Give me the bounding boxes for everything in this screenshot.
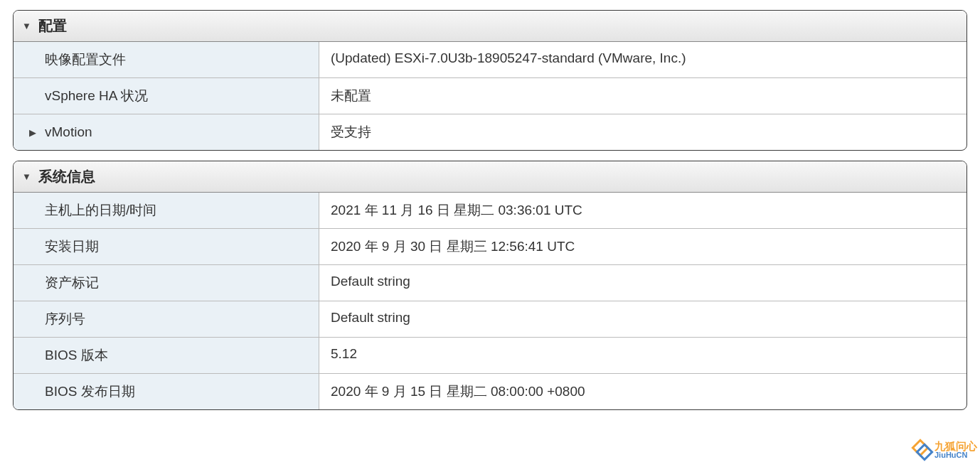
- sysinfo-panel-title: 系统信息: [38, 167, 95, 186]
- row-value: 2020 年 9 月 15 日 星期二 08:00:00 +0800: [319, 374, 966, 409]
- table-row: 主机上的日期/时间 2021 年 11 月 16 日 星期二 03:36:01 …: [14, 193, 966, 228]
- config-panel-title: 配置: [38, 16, 67, 36]
- sysinfo-panel-header[interactable]: ▼ 系统信息: [14, 161, 966, 193]
- row-value: (Updated) ESXi-7.0U3b-18905247-standard …: [319, 42, 966, 77]
- row-label: 资产标记: [14, 265, 319, 301]
- table-row: BIOS 版本 5.12: [14, 337, 966, 373]
- row-value: 受支持: [319, 114, 966, 150]
- row-label[interactable]: ▶ vMotion: [14, 114, 319, 150]
- sysinfo-panel: ▼ 系统信息 主机上的日期/时间 2021 年 11 月 16 日 星期二 03…: [13, 161, 967, 410]
- row-label: 主机上的日期/时间: [14, 193, 319, 228]
- config-panel-body: 映像配置文件 (Updated) ESXi-7.0U3b-18905247-st…: [14, 42, 966, 150]
- row-value: 2020 年 9 月 30 日 星期三 12:56:41 UTC: [319, 229, 966, 264]
- caret-right-icon: ▶: [29, 127, 36, 138]
- table-row: BIOS 发布日期 2020 年 9 月 15 日 星期二 08:00:00 +…: [14, 373, 966, 409]
- row-value: Default string: [319, 301, 966, 337]
- table-row: ▶ vMotion 受支持: [14, 114, 966, 150]
- config-panel-header[interactable]: ▼ 配置: [14, 11, 966, 42]
- row-value: 5.12: [319, 338, 966, 373]
- table-row: vSphere HA 状况 未配置: [14, 77, 966, 114]
- row-label: BIOS 版本: [14, 338, 319, 373]
- table-row: 安装日期 2020 年 9 月 30 日 星期三 12:56:41 UTC: [14, 228, 966, 264]
- caret-down-icon: ▼: [22, 21, 31, 31]
- table-row: 资产标记 Default string: [14, 264, 966, 301]
- table-row: 序列号 Default string: [14, 301, 966, 337]
- row-label: BIOS 发布日期: [14, 374, 319, 409]
- config-panel: ▼ 配置 映像配置文件 (Updated) ESXi-7.0U3b-189052…: [13, 10, 967, 151]
- row-label: 序列号: [14, 301, 319, 337]
- sysinfo-panel-body: 主机上的日期/时间 2021 年 11 月 16 日 星期二 03:36:01 …: [14, 193, 966, 409]
- table-row: 映像配置文件 (Updated) ESXi-7.0U3b-18905247-st…: [14, 42, 966, 77]
- row-value: 2021 年 11 月 16 日 星期二 03:36:01 UTC: [319, 193, 966, 228]
- row-label: 映像配置文件: [14, 42, 319, 77]
- row-label: 安装日期: [14, 229, 319, 264]
- row-label: vSphere HA 状况: [14, 78, 319, 114]
- row-value: 未配置: [319, 78, 966, 114]
- row-value: Default string: [319, 265, 966, 301]
- caret-down-icon: ▼: [22, 171, 31, 182]
